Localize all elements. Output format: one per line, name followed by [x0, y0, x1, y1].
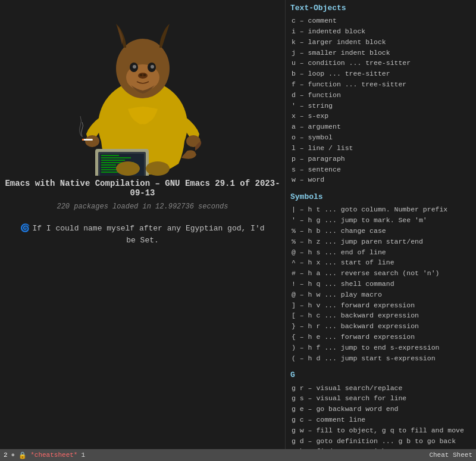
status-bar: 2 ● 🔒 *cheatsheet* 1 Cheat Sheet: [0, 449, 476, 461]
key-item-g-0: g r – visual search/replace: [290, 383, 471, 394]
key-item-text-objects-13: p – paragraph: [290, 154, 471, 164]
packages-loaded: 220 packages loaded in 12.992736 seconds: [57, 203, 228, 211]
key-item-symbols-11: } – h r ... backward expression: [290, 321, 471, 332]
key-item-text-objects-15: w – word: [290, 175, 471, 185]
key-item-text-objects-9: x – s-exp: [290, 111, 471, 122]
key-item-symbols-4: @ – h s ... end of line: [290, 247, 471, 258]
key-item-text-objects-12: l – line / list: [290, 143, 471, 154]
key-item-g-3: g c – comment line: [290, 415, 471, 425]
key-item-symbols-9: ] – h v ... forward expression: [290, 300, 471, 311]
left-panel: Emacs with Native Compilation – GNU Emac…: [0, 0, 286, 461]
key-item-text-objects-6: f – function ... tree-sitter: [290, 79, 471, 90]
key-item-g-2: g e – go backward word end: [290, 404, 471, 415]
status-num: 2: [4, 451, 8, 459]
section-header-g: G: [290, 369, 471, 381]
key-item-text-objects-2: k – larger indent block: [290, 37, 471, 48]
key-item-text-objects-3: j – smaller indent block: [290, 48, 471, 58]
svg-point-11: [138, 73, 148, 79]
svg-rect-17: [101, 155, 119, 156]
key-item-symbols-5: ^ – h x ... start of line: [290, 257, 471, 268]
svg-rect-21: [101, 164, 116, 166]
key-item-symbols-14: ( – h d ... jump start s-expression: [290, 353, 471, 364]
svg-point-26: [116, 161, 140, 176]
key-item-symbols-13: ) – h f ... jump to end s-expression: [290, 342, 471, 353]
svg-point-27: [146, 161, 170, 176]
key-item-symbols-2: % – h b ... change case: [290, 226, 471, 236]
status-num2: 1: [81, 451, 85, 459]
svg-rect-3: [82, 139, 84, 141]
key-item-g-5: g d – goto definition ... g b to go back: [290, 436, 471, 447]
key-item-symbols-8: @ – h w ... play macro: [290, 289, 471, 300]
key-item-symbols-10: [ – h c ... backward expression: [290, 310, 471, 321]
key-item-g-1: g s – visual search for line: [290, 393, 471, 404]
key-item-symbols-12: { – h e ... forward expression: [290, 332, 471, 342]
section-header-symbols: Symbols: [290, 191, 471, 203]
fortune-text: 🌀If I could name myself after any Egypti…: [0, 223, 285, 246]
key-item-symbols-3: % – h z ... jump paren start/end: [290, 236, 471, 247]
status-modified: *cheatsheet*: [30, 451, 77, 459]
key-item-text-objects-11: o – symbol: [290, 132, 471, 143]
fortune-icon: 🌀: [20, 224, 30, 233]
right-panel[interactable]: Text-Objectsc – commenti – indented bloc…: [286, 0, 476, 449]
svg-rect-19: [101, 160, 125, 161]
key-item-symbols-0: | – h t ... goto column. Number prefix: [290, 204, 471, 215]
key-item-text-objects-5: b – loop ... tree-sitter: [290, 68, 471, 79]
status-dot: ●: [11, 451, 15, 459]
status-lock: 🔒: [18, 451, 27, 459]
key-item-symbols-7: ! – h q ... shell command: [290, 279, 471, 289]
svg-point-13: [143, 74, 146, 76]
key-item-text-objects-7: d – function: [290, 90, 471, 101]
key-item-symbols-6: # – h a ... reverse search (not 'n'): [290, 268, 471, 279]
key-item-text-objects-4: u – condition ... tree-sitter: [290, 58, 471, 68]
key-item-text-objects-8: ' – string: [290, 101, 471, 111]
svg-point-10: [151, 65, 154, 68]
gnu-mascot: [54, 12, 232, 179]
status-right: Cheat Sheet: [429, 451, 472, 459]
key-item-text-objects-1: i – indented block: [290, 26, 471, 37]
svg-point-12: [139, 74, 142, 76]
emacs-title: Emacs with Native Compilation – GNU Emac…: [0, 179, 285, 198]
key-item-g-4: g w – fill to object, g q to fill and mo…: [290, 425, 471, 436]
section-header-text-objects: Text-Objects: [290, 2, 471, 14]
key-item-symbols-1: ' – h g ... jump to mark. See 'm': [290, 215, 471, 226]
key-item-text-objects-10: a – argument: [290, 122, 471, 132]
key-item-text-objects-14: s – sentence: [290, 164, 471, 175]
svg-point-9: [133, 65, 136, 68]
svg-rect-18: [101, 157, 131, 158]
key-item-text-objects-0: c – comment: [290, 15, 471, 26]
svg-point-1: [85, 135, 99, 147]
